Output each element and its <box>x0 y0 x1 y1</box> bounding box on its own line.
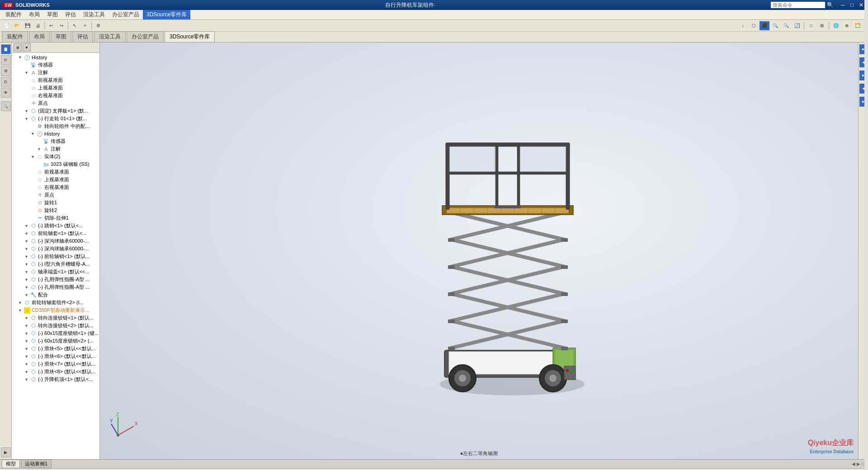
tree-item-hinge-2[interactable]: ▼ ⬡ 转向连接铰链<2> (默认... <box>12 322 99 329</box>
tree-item-pin[interactable]: ▼ ⬡ (-) 跳销<1> (默认<... <box>12 222 99 230</box>
display-manager-icon[interactable]: 👁 <box>1 88 11 98</box>
tree-label: 轴承端盖<1> (默认<<... <box>38 268 90 275</box>
tree-item-origin-2[interactable]: ✛ 原点 <box>12 191 99 199</box>
tab-3dsource[interactable]: 3DSource零件库 <box>165 31 215 42</box>
tree-item-cut-extrude[interactable]: ✂ 切除-拉伸1 <box>12 214 99 222</box>
tree-item-support-plate[interactable]: ▼ ⬡ (固定) 支撑板<1> (默... <box>12 107 99 115</box>
tree-item-front-axle-pin[interactable]: ▼ ⬡ (-) 前轮轴销<1> (默认... <box>12 253 99 260</box>
maximize-button[interactable]: □ <box>849 2 855 8</box>
tab-office[interactable]: 办公室产品 <box>127 31 164 42</box>
search-icon[interactable]: 🔍 <box>827 2 834 8</box>
3d-viewport[interactable]: X Y Z ●左右二等角轴测 Qiyeku企业库 Enterprise Data… <box>100 42 858 459</box>
tree-item-slider-6[interactable]: ▼ ⬡ (-) 滑块<6> (默认<<默认... <box>12 352 99 360</box>
tree-item-bearing-cap[interactable]: ▼ ⬡ 轴承端盖<1> (默认<<... <box>12 268 99 276</box>
tree-item-history-2[interactable]: ▼ 🕐 History <box>12 130 99 137</box>
select-button[interactable]: ↖ <box>70 21 80 30</box>
search-icon[interactable]: 🔍 <box>1 101 11 111</box>
save-button[interactable]: 💾 <box>23 21 33 30</box>
rotate-button[interactable]: 🔄 <box>792 21 802 30</box>
menu-item-assembly[interactable]: 装配件 <box>2 10 25 19</box>
tree-item-note-1[interactable]: ▼ A 注解 <box>12 69 99 76</box>
dim-xpert-icon[interactable]: D <box>1 77 11 87</box>
tab-sketch[interactable]: 草图 <box>51 31 71 42</box>
tree-item-cd350f[interactable]: ▼ ⚠ CD350F型差动重新液压... <box>12 306 99 314</box>
new-button[interactable]: 📄 <box>2 21 12 30</box>
tree-item-slider-7[interactable]: ▼ ⬡ (-) 滑块<7> (默认<<默认... <box>12 360 99 368</box>
feature-manager-icon[interactable]: 📋 <box>1 44 11 54</box>
view-shaded-button[interactable]: ⬛ <box>760 21 769 30</box>
tree-item-front-wheel-assem[interactable]: ▼ ⬡ 前轮转轴套组件<2> (I... <box>12 299 99 306</box>
menu-item-office[interactable]: 办公室产品 <box>108 10 143 19</box>
tree-item-revolve1[interactable]: ⊙ 旋转1 <box>12 199 99 207</box>
tree-item-snap-ring-1[interactable]: ▼ ⬡ (-) 孔用弹性指圈-A型 ... <box>12 276 99 283</box>
tree-item-bearing-2[interactable]: ▼ ⬡ (-) 深沟球轴承60000-... <box>12 245 99 253</box>
tree-label: 配合 <box>38 291 48 298</box>
undo-button[interactable]: ↩ <box>46 21 56 30</box>
tree-item-front-axle-bush[interactable]: ▼ ⬡ 前轮轴套<1> (默认<... <box>12 230 99 237</box>
tree-item-mates[interactable]: ▼ 🔧 配合 <box>12 291 99 299</box>
part-icon: ⬡ <box>30 346 37 352</box>
search-input[interactable] <box>771 2 825 8</box>
tab-evaluate[interactable]: 评估 <box>72 31 93 42</box>
tree-item-rightplane-2[interactable]: ◇ 右视基准面 <box>12 183 99 191</box>
tree-item-wheel[interactable]: ▼ ⬡ (-) 行走轮 01<1> (默... <box>12 115 99 122</box>
tree-item-origin-1[interactable]: ✛ 原点 <box>12 99 99 107</box>
print-button[interactable]: 🖨 <box>33 21 43 30</box>
tree-item-lock-pin-1[interactable]: ▼ ⬡ (-) 60x15度座锁销<1> (键... <box>12 329 99 337</box>
tree-item-frontplane-1[interactable]: ◇ 前视基准面 <box>12 76 99 84</box>
tree-item-bodies[interactable]: ▼ □ 实体(2) <box>12 153 99 160</box>
menu-item-evaluate[interactable]: 评估 <box>61 10 80 19</box>
wheel-center-fl <box>459 375 466 382</box>
tree-item-steel[interactable]: §≡ 1023 碳钢板 (SS) <box>12 160 99 168</box>
tree-item-lift-top[interactable]: ▼ ⬡ (-) 升降机顶<1> (默认<... <box>12 376 99 383</box>
menu-item-sketch[interactable]: 草图 <box>43 10 61 19</box>
menu-item-render[interactable]: 渲染工具 <box>80 10 108 19</box>
options-button[interactable]: ⚙ <box>93 21 103 30</box>
zoom-button[interactable]: + <box>80 21 90 30</box>
tree-item-note-2[interactable]: ▼ A 注解 <box>12 145 99 153</box>
display-states-button[interactable]: ⊞ <box>817 21 827 30</box>
tree-item-topplane-1[interactable]: ◇ 上视基准面 <box>12 84 99 92</box>
bottom-tab-motion[interactable]: 运动算例1 <box>21 460 52 468</box>
render-button[interactable]: ⊕ <box>842 21 852 30</box>
minimize-button[interactable]: ─ <box>839 2 847 8</box>
tree-item-history-1[interactable]: ▼ 🕐 History <box>12 54 99 61</box>
tree-item-topplane-2[interactable]: ◇ 上视基准面 <box>12 176 99 183</box>
tree-item-frontplane-2[interactable]: ◇ 前视基准面 <box>12 168 99 176</box>
tab-render[interactable]: 渲染工具 <box>94 31 126 42</box>
part-icon: ⬡ <box>30 361 37 367</box>
zoom-fit-button[interactable]: 🔍 <box>770 21 780 30</box>
section-view-button[interactable]: □ <box>806 21 816 30</box>
tree-filter-button[interactable]: ▼ <box>23 43 31 52</box>
bottom-tab-model[interactable]: 模型 <box>2 460 20 468</box>
menu-item-3dsource[interactable]: 3DSource零件库 <box>143 10 190 19</box>
view-orient-button[interactable]: ↓ <box>738 21 748 30</box>
tree-item-slider-5[interactable]: ▼ ⬡ (-) 滑块<5> (默认<<默认... <box>12 345 99 352</box>
tab-layout[interactable]: 布局 <box>29 31 50 42</box>
tree-options-button[interactable]: ⊞ <box>14 43 22 52</box>
tree-item-bearing-1[interactable]: ▼ ⬡ (-) 深沟球轴承60000-... <box>12 237 99 245</box>
config-manager-icon[interactable]: ⚙ <box>1 66 11 76</box>
tree-item-wheel-subcomp[interactable]: ⚙ 转向轮组件 中的配... <box>12 122 99 130</box>
view-3d-button[interactable]: ⬡ <box>749 21 759 30</box>
zoom-area-button[interactable]: 🔍 <box>781 21 791 30</box>
appearance-button[interactable]: 🌐 <box>831 21 841 30</box>
tree-item-sensor-1[interactable]: 📡 传感器 <box>12 61 99 69</box>
tree-label: 转向连接铰链<1> (默认... <box>38 315 94 321</box>
tree-item-snap-ring-2[interactable]: ▼ ⬡ (-) 孔用弹性指圈-A型 ... <box>12 283 99 291</box>
tree-item-lock-pin-2[interactable]: ▼ ⬡ (-) 60x15度座锁销<2> (... <box>12 337 99 345</box>
tree-item-slider-8[interactable]: ▼ ⬡ (-) 滑块<8> (默认<<默认... <box>12 368 99 376</box>
tree-item-hinge-1[interactable]: ▼ ⬡ 转向连接铰链<1> (默认... <box>12 314 99 322</box>
menu-item-layout[interactable]: 布局 <box>25 10 43 19</box>
view-annotation-text: ●左右二等角轴测 <box>460 451 498 456</box>
tree-item-rightplane-1[interactable]: ◇ 右视基准面 <box>12 92 99 99</box>
tree-item-revolve2[interactable]: ⊙ 旋转2 <box>12 207 99 214</box>
collapse-icon[interactable]: ▶ <box>1 447 11 457</box>
tab-assembly[interactable]: 装配件 <box>2 31 28 42</box>
tree-item-sensor-2[interactable]: 📡 传感器 <box>12 137 99 145</box>
property-manager-icon[interactable]: P <box>1 55 11 65</box>
open-button[interactable]: 📂 <box>12 21 22 30</box>
redo-button[interactable]: ↪ <box>57 21 66 30</box>
scene-button[interactable]: 🌅 <box>853 21 863 30</box>
tree-item-hex-nut[interactable]: ▼ ⬡ (-) I型六角开槽螺母-A... <box>12 260 99 268</box>
